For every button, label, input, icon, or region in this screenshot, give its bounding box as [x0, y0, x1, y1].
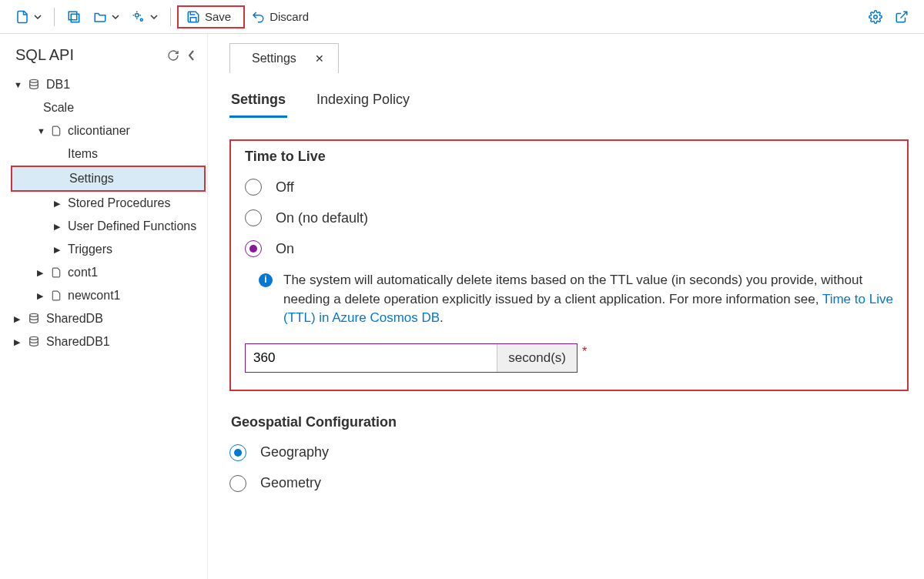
ttl-option-on-no-default[interactable]: On (no default)	[245, 209, 893, 226]
info-icon: i	[259, 273, 273, 287]
caret-down-icon: ▼	[37, 126, 45, 136]
ttl-input-wrap: second(s)	[245, 343, 578, 373]
undo-icon	[251, 10, 265, 24]
radio-icon[interactable]	[245, 179, 262, 196]
ttl-input-row: second(s) *	[245, 343, 893, 373]
open-tab-label: Settings	[252, 52, 296, 65]
tree-label: Triggers	[68, 243, 112, 256]
svg-point-7	[30, 313, 38, 316]
database-icon	[28, 336, 40, 348]
ttl-option-on[interactable]: On	[245, 240, 893, 257]
tab-settings[interactable]: Settings	[229, 92, 287, 118]
gears-icon	[132, 10, 146, 24]
ttl-option-off[interactable]: Off	[245, 179, 893, 196]
svg-point-6	[30, 79, 38, 82]
tree-db1[interactable]: ▼ DB1	[0, 73, 207, 96]
tree-container-clicontianer[interactable]: ▼ clicontianer	[0, 119, 207, 142]
gear-icon	[869, 10, 882, 24]
body: SQL API ▼ DB1 Scale ▼ clicontianer Items	[0, 34, 924, 579]
tree-label: SharedDB1	[46, 335, 110, 349]
tab-label: Indexing Policy	[316, 92, 410, 107]
caret-right-icon: ▶	[37, 291, 45, 301]
open-tabs: Settings ✕	[208, 43, 924, 73]
open-query-button[interactable]	[87, 7, 126, 27]
caret-right-icon: ▶	[54, 245, 62, 255]
chevron-down-icon	[150, 13, 158, 21]
caret-right-icon: ▶	[37, 268, 45, 278]
tree-label: Stored Procedures	[68, 196, 170, 210]
section-tabs: Settings Indexing Policy	[229, 92, 909, 118]
tree-label: Items	[68, 147, 98, 161]
new-container-button[interactable]	[61, 7, 87, 27]
radio-label: Geometry	[260, 475, 321, 491]
toolbar: Save Discard	[0, 0, 924, 34]
tree-label: Settings	[69, 172, 114, 186]
save-label: Save	[205, 10, 231, 23]
refresh-icon[interactable]	[167, 49, 179, 62]
sidebar-title: SQL API	[15, 46, 74, 64]
collapse-icon[interactable]	[187, 49, 196, 62]
database-icon	[28, 313, 40, 325]
ttl-title: Time to Live	[245, 149, 893, 165]
tree-label: SharedDB	[46, 312, 103, 326]
info-text-part: .	[440, 310, 444, 325]
svg-rect-0	[69, 12, 77, 20]
chevron-down-icon	[34, 13, 42, 21]
resource-tree: ▼ DB1 Scale ▼ clicontianer Items Setting…	[0, 70, 207, 353]
open-tab-settings[interactable]: Settings ✕	[229, 43, 339, 73]
tree-shareddb1[interactable]: ▶ SharedDB1	[0, 330, 207, 353]
document-icon	[51, 266, 62, 279]
separator	[170, 8, 171, 26]
radio-icon[interactable]	[229, 475, 246, 492]
geo-option-geometry[interactable]: Geometry	[229, 475, 909, 492]
document-icon	[51, 125, 62, 137]
discard-label: Discard	[270, 10, 309, 23]
ttl-seconds-input[interactable]	[246, 344, 497, 372]
caret-right-icon: ▶	[14, 314, 22, 324]
tree-label: clicontianer	[68, 124, 130, 138]
info-text-part: The system will automatically delete ite…	[283, 273, 862, 306]
tree-label: newcont1	[68, 289, 121, 303]
svg-point-8	[30, 336, 38, 340]
save-button[interactable]: Save	[177, 5, 245, 28]
radio-icon[interactable]	[245, 209, 262, 226]
tab-indexing-policy[interactable]: Indexing Policy	[315, 92, 411, 118]
fullscreen-button[interactable]	[889, 7, 915, 27]
separator	[54, 8, 55, 26]
tree-container-cont1[interactable]: ▶ cont1	[0, 261, 207, 284]
svg-point-2	[136, 13, 139, 17]
open-external-icon	[895, 10, 909, 24]
caret-right-icon: ▶	[54, 199, 62, 209]
new-sql-query-button[interactable]	[9, 7, 48, 27]
tree-scale[interactable]: Scale	[0, 96, 207, 119]
ttl-info-text: The system will automatically delete ite…	[283, 271, 893, 328]
geo-option-geography[interactable]: Geography	[229, 444, 909, 461]
sidebar: SQL API ▼ DB1 Scale ▼ clicontianer Items	[0, 34, 208, 579]
tree-container-newcont1[interactable]: ▶ newcont1	[0, 284, 207, 307]
sidebar-header: SQL API	[0, 34, 207, 70]
geo-section: Geospatial Configuration Geography Geome…	[229, 414, 909, 492]
ttl-info: i The system will automatically delete i…	[259, 271, 893, 328]
tree-label: User Defined Functions	[68, 219, 196, 233]
geo-title: Geospatial Configuration	[231, 414, 909, 430]
settings-button[interactable]	[862, 7, 889, 27]
settings-dropdown-button[interactable]	[126, 7, 164, 27]
discard-button[interactable]: Discard	[245, 7, 315, 27]
tree-label: Scale	[43, 101, 74, 115]
close-tab-button[interactable]: ✕	[315, 52, 324, 65]
caret-down-icon: ▼	[14, 80, 22, 89]
stack-icon	[67, 10, 81, 24]
document-plus-icon	[15, 10, 29, 24]
tree-triggers[interactable]: ▶ Triggers	[0, 238, 207, 261]
ttl-panel: Time to Live Off On (no default) On i T	[229, 139, 909, 391]
radio-icon[interactable]	[245, 240, 262, 257]
tree-shareddb[interactable]: ▶ SharedDB	[0, 307, 207, 330]
document-icon	[51, 290, 62, 302]
tree-stored-procedures[interactable]: ▶ Stored Procedures	[0, 192, 207, 215]
caret-right-icon: ▶	[54, 222, 62, 232]
tree-items[interactable]: Items	[0, 142, 207, 166]
tree-settings[interactable]: Settings	[11, 166, 206, 192]
ttl-unit-label: second(s)	[497, 344, 577, 372]
radio-icon[interactable]	[229, 444, 246, 461]
tree-udf[interactable]: ▶ User Defined Functions	[0, 215, 207, 238]
